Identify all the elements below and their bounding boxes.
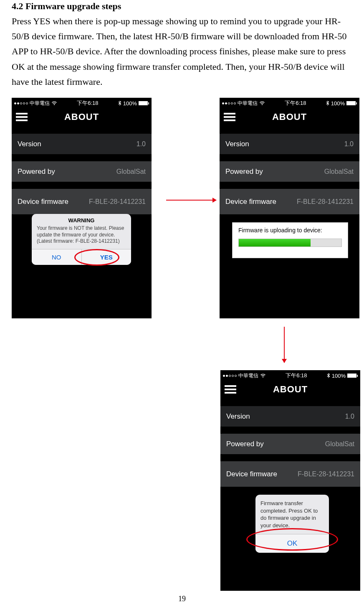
warning-dialog: WARNING Your firmware is NOT the latest.… — [32, 214, 131, 265]
section-body: Press YES when there is pop-up message s… — [12, 14, 352, 89]
firmware-value: F-BLE-28-1412231 — [89, 198, 146, 206]
battery-label: 100% — [332, 373, 346, 379]
firmware-label: Device firmware — [18, 198, 68, 206]
powered-label: Powered by — [225, 168, 263, 176]
firmware-value: F-BLE-28-1412231 — [298, 470, 354, 478]
progress-text: Firmware is uploading to device: — [238, 227, 342, 234]
carrier-label: 中華電信 — [238, 100, 258, 107]
time-label: 下午6:18 — [77, 99, 98, 107]
progress-dialog: Firmware is uploading to device: — [232, 222, 348, 258]
signal-icon — [14, 102, 28, 104]
carrier-label: 中華電信 — [238, 372, 258, 379]
section-heading: 4.2 Firmware upgrade steps — [12, 0, 352, 13]
carrier-label: 中華電信 — [30, 100, 50, 107]
battery-label: 100% — [123, 100, 137, 107]
signal-icon — [223, 375, 237, 377]
progress-bar — [238, 239, 342, 247]
row-version: Version 1.0 — [220, 134, 359, 155]
screenshot-2: 中華電信 下午6:18 100% ABOUT Version 1.0 Power… — [220, 98, 359, 318]
row-powered: Powered by GlobalSat — [220, 161, 359, 182]
firmware-value: F-BLE-28-1412231 — [297, 198, 354, 206]
yes-button[interactable]: YES — [81, 249, 131, 265]
arrow-right — [166, 200, 216, 201]
row-version: Version 1.0 — [220, 406, 360, 427]
bluetooth-icon — [326, 101, 329, 106]
version-value: 1.0 — [345, 413, 354, 420]
battery-icon — [347, 374, 358, 378]
powered-value: GlobalSat — [116, 168, 146, 175]
screenshot-1: 中華電信 下午6:18 100% ABOUT Version 1.0 Power… — [12, 98, 152, 318]
menu-icon[interactable] — [224, 113, 235, 121]
battery-label: 100% — [331, 100, 345, 107]
powered-label: Powered by — [18, 168, 55, 176]
powered-value: GlobalSat — [325, 440, 354, 448]
complete-dialog: Firmware transfer completed. Press OK to… — [255, 495, 329, 553]
complete-body: Firmware transfer completed. Press OK to… — [255, 495, 329, 534]
time-label: 下午6:18 — [285, 99, 306, 107]
version-label: Version — [18, 140, 41, 148]
bluetooth-icon — [118, 101, 121, 106]
firmware-label: Device firmware — [225, 198, 276, 206]
progress-fill — [239, 239, 311, 247]
app-header: ABOUT — [220, 107, 359, 127]
page-title: ABOUT — [64, 112, 99, 122]
battery-icon — [346, 101, 357, 105]
screenshot-3: 中華電信 下午6:18 100% ABOUT Version 1.0 Power… — [220, 370, 360, 591]
no-button[interactable]: NO — [32, 249, 81, 265]
page-title: ABOUT — [273, 384, 308, 395]
app-header: ABOUT — [220, 379, 360, 399]
app-header: ABOUT — [12, 107, 152, 127]
figures-container: 中華電信 下午6:18 100% ABOUT Version 1.0 Power… — [12, 98, 352, 591]
version-label: Version — [226, 412, 250, 421]
row-firmware: Device firmware F-BLE-28-1412231 — [220, 461, 360, 487]
powered-value: GlobalSat — [324, 168, 354, 175]
wifi-icon — [259, 101, 265, 105]
row-firmware: Device firmware F-BLE-28-1412231 — [12, 189, 152, 215]
powered-label: Powered by — [226, 440, 264, 448]
row-version: Version 1.0 — [12, 134, 152, 155]
menu-icon[interactable] — [225, 385, 236, 394]
battery-icon — [139, 101, 149, 105]
firmware-label: Device firmware — [226, 470, 277, 478]
menu-icon[interactable] — [16, 113, 28, 121]
dialog-body: Your firmware is NOT the latest. Please … — [32, 225, 131, 249]
version-label: Version — [225, 140, 249, 148]
wifi-icon — [260, 374, 266, 378]
signal-icon — [222, 102, 236, 104]
status-bar: 中華電信 下午6:18 100% — [220, 98, 359, 107]
row-powered: Powered by GlobalSat — [220, 434, 360, 455]
version-value: 1.0 — [344, 140, 354, 148]
ok-button[interactable]: OK — [255, 534, 329, 553]
arrow-down — [284, 327, 285, 363]
row-firmware: Device firmware F-BLE-28-1412231 — [220, 189, 359, 215]
page-title: ABOUT — [272, 112, 307, 122]
dialog-title: WARNING — [32, 214, 131, 225]
version-value: 1.0 — [136, 140, 146, 148]
wifi-icon — [51, 101, 57, 105]
bluetooth-icon — [327, 373, 330, 378]
page-number: 19 — [178, 595, 186, 603]
time-label: 下午6:18 — [286, 372, 307, 379]
status-bar: 中華電信 下午6:18 100% — [220, 370, 360, 379]
status-bar: 中華電信 下午6:18 100% — [12, 98, 152, 107]
row-powered: Powered by GlobalSat — [12, 161, 152, 182]
